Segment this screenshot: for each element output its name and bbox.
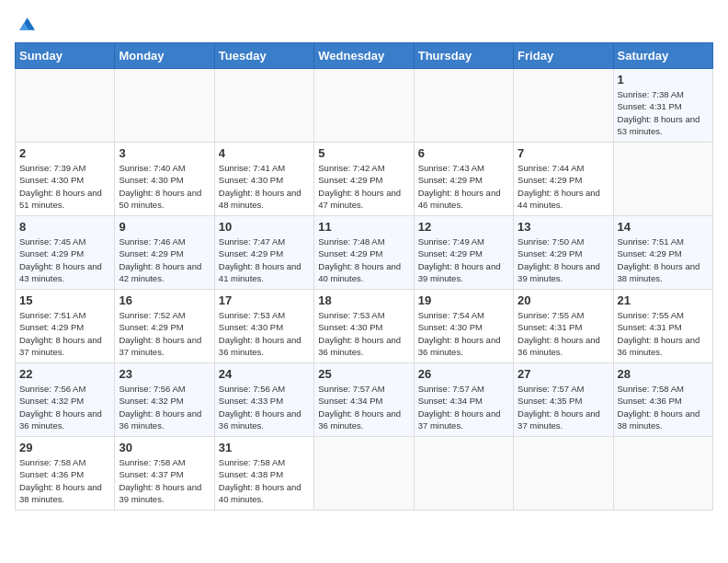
- calendar-cell: 18Sunrise: 7:53 AMSunset: 4:30 PMDayligh…: [314, 290, 414, 363]
- empty-cell: [214, 69, 313, 143]
- calendar-cell: 13Sunrise: 7:50 AMSunset: 4:29 PMDayligh…: [514, 216, 613, 290]
- calendar-cell: 22Sunrise: 7:56 AMSunset: 4:32 PMDayligh…: [16, 363, 115, 437]
- empty-cell: [514, 69, 613, 143]
- calendar-cell: [414, 437, 513, 511]
- calendar-cell: 4Sunrise: 7:41 AMSunset: 4:30 PMDaylight…: [214, 143, 313, 216]
- calendar-cell: 16Sunrise: 7:52 AMSunset: 4:29 PMDayligh…: [115, 290, 214, 363]
- calendar-cell: 26Sunrise: 7:57 AMSunset: 4:34 PMDayligh…: [414, 363, 513, 437]
- calendar-cell: 30Sunrise: 7:58 AMSunset: 4:37 PMDayligh…: [115, 437, 214, 511]
- weekday-header-thursday: Thursday: [414, 43, 513, 69]
- empty-cell: [414, 69, 513, 143]
- weekday-header-wednesday: Wednesday: [314, 43, 414, 69]
- calendar-cell: 17Sunrise: 7:53 AMSunset: 4:30 PMDayligh…: [214, 290, 313, 363]
- calendar-week-1: 1Sunrise: 7:38 AMSunset: 4:31 PMDaylight…: [16, 69, 713, 143]
- calendar-cell: 20Sunrise: 7:55 AMSunset: 4:31 PMDayligh…: [514, 290, 613, 363]
- calendar-week-4: 15Sunrise: 7:51 AMSunset: 4:29 PMDayligh…: [16, 290, 713, 363]
- calendar-cell: 27Sunrise: 7:57 AMSunset: 4:35 PMDayligh…: [514, 363, 613, 437]
- calendar-cell: 14Sunrise: 7:51 AMSunset: 4:29 PMDayligh…: [613, 216, 712, 290]
- calendar-cell: 11Sunrise: 7:48 AMSunset: 4:29 PMDayligh…: [314, 216, 414, 290]
- empty-cell: [16, 69, 115, 143]
- calendar-cell: 28Sunrise: 7:58 AMSunset: 4:36 PMDayligh…: [613, 363, 712, 437]
- calendar-week-2: 2Sunrise: 7:39 AMSunset: 4:30 PMDaylight…: [16, 143, 713, 216]
- calendar-cell: 19Sunrise: 7:54 AMSunset: 4:30 PMDayligh…: [414, 290, 513, 363]
- empty-cell: [115, 69, 214, 143]
- weekday-header-friday: Friday: [514, 43, 613, 69]
- calendar-table: SundayMondayTuesdayWednesdayThursdayFrid…: [15, 42, 713, 511]
- calendar-cell: 5Sunrise: 7:42 AMSunset: 4:29 PMDaylight…: [314, 143, 414, 216]
- page-header: [15, 15, 713, 33]
- weekday-header-saturday: Saturday: [613, 43, 712, 69]
- calendar-cell: [613, 437, 712, 511]
- calendar-cell: [514, 437, 613, 511]
- weekday-header-row: SundayMondayTuesdayWednesdayThursdayFrid…: [16, 43, 713, 69]
- calendar-cell: 24Sunrise: 7:56 AMSunset: 4:33 PMDayligh…: [214, 363, 313, 437]
- calendar-cell: [613, 143, 712, 216]
- calendar-cell: 31Sunrise: 7:58 AMSunset: 4:38 PMDayligh…: [214, 437, 313, 511]
- calendar-cell: 9Sunrise: 7:46 AMSunset: 4:29 PMDaylight…: [115, 216, 214, 290]
- calendar-cell: 23Sunrise: 7:56 AMSunset: 4:32 PMDayligh…: [115, 363, 214, 437]
- calendar-cell: [314, 437, 414, 511]
- calendar-week-3: 8Sunrise: 7:45 AMSunset: 4:29 PMDaylight…: [16, 216, 713, 290]
- calendar-week-5: 22Sunrise: 7:56 AMSunset: 4:32 PMDayligh…: [16, 363, 713, 437]
- weekday-header-monday: Monday: [115, 43, 214, 69]
- calendar-cell: 6Sunrise: 7:43 AMSunset: 4:29 PMDaylight…: [414, 143, 513, 216]
- empty-cell: [314, 69, 414, 143]
- logo: [15, 15, 35, 33]
- weekday-header-sunday: Sunday: [16, 43, 115, 69]
- calendar-cell: 25Sunrise: 7:57 AMSunset: 4:34 PMDayligh…: [314, 363, 414, 437]
- logo-icon: [17, 15, 35, 33]
- calendar-week-6: 29Sunrise: 7:58 AMSunset: 4:36 PMDayligh…: [16, 437, 713, 511]
- calendar-cell-day-1: 1Sunrise: 7:38 AMSunset: 4:31 PMDaylight…: [613, 69, 712, 143]
- calendar-cell: 7Sunrise: 7:44 AMSunset: 4:29 PMDaylight…: [514, 143, 613, 216]
- calendar-cell: 8Sunrise: 7:45 AMSunset: 4:29 PMDaylight…: [16, 216, 115, 290]
- calendar-cell: 2Sunrise: 7:39 AMSunset: 4:30 PMDaylight…: [16, 143, 115, 216]
- calendar-cell: 15Sunrise: 7:51 AMSunset: 4:29 PMDayligh…: [16, 290, 115, 363]
- calendar-cell: 10Sunrise: 7:47 AMSunset: 4:29 PMDayligh…: [214, 216, 313, 290]
- calendar-cell: 29Sunrise: 7:58 AMSunset: 4:36 PMDayligh…: [16, 437, 115, 511]
- calendar-cell: 12Sunrise: 7:49 AMSunset: 4:29 PMDayligh…: [414, 216, 513, 290]
- calendar-cell: 3Sunrise: 7:40 AMSunset: 4:30 PMDaylight…: [115, 143, 214, 216]
- calendar-cell: 21Sunrise: 7:55 AMSunset: 4:31 PMDayligh…: [613, 290, 712, 363]
- weekday-header-tuesday: Tuesday: [214, 43, 313, 69]
